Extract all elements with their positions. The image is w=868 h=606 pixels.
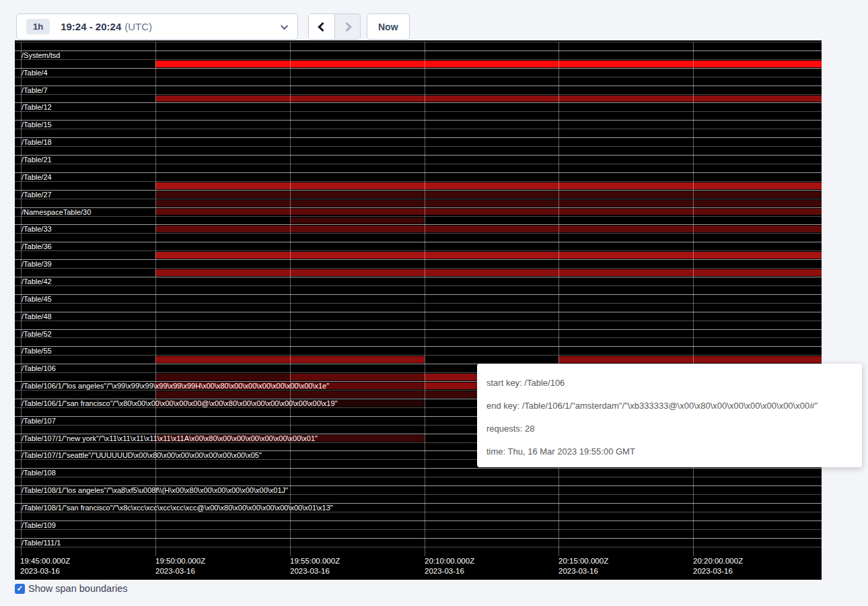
span-key-label: /Table/106/1/"san francisco"/"\x80\x00\x… (22, 399, 338, 407)
heatmap-cell[interactable] (290, 374, 425, 380)
heatmap-band (15, 312, 822, 321)
heatmap-cell[interactable] (693, 226, 822, 232)
heatmap-cell[interactable] (155, 226, 290, 232)
heatmap-cell[interactable] (558, 200, 693, 207)
heatmap-cell[interactable] (425, 182, 558, 189)
heatmap-band (15, 538, 822, 547)
span-key-label: /Table/107/1/"seattle"/"UUUUUUD\x00\x80\… (22, 451, 262, 459)
heatmap-cell[interactable] (425, 191, 558, 198)
heatmap-cell[interactable] (558, 191, 693, 198)
next-range-button[interactable] (334, 14, 360, 39)
heatmap-cell[interactable] (155, 61, 290, 67)
span-key-label: /Table/106/1/"los angeles"/"\x99\x99\x99… (22, 382, 329, 390)
heatmap-cell[interactable] (693, 269, 822, 276)
tooltip-requests: requests: 28 (486, 417, 853, 440)
heatmap-cell[interactable] (425, 61, 558, 67)
heatmap-cell[interactable] (693, 61, 822, 67)
time-range-text: 19:24 - 20:24 (61, 21, 121, 32)
prev-range-button[interactable] (309, 14, 334, 39)
heatmap-cell[interactable] (290, 269, 425, 276)
tooltip-time: time: Thu, 16 Mar 2023 19:55:00 GMT (486, 440, 853, 463)
span-key-label: /Table/48 (22, 312, 52, 321)
heatmap-cell[interactable] (155, 191, 290, 198)
heatmap-cell[interactable] (290, 226, 425, 232)
heatmap-cell[interactable] (290, 209, 425, 215)
heatmap-cell[interactable] (155, 269, 290, 276)
heatmap-cell[interactable] (290, 391, 425, 398)
column-boundary-line (693, 42, 694, 556)
heatmap-band (15, 146, 822, 155)
span-key-label: /Table/52 (22, 330, 52, 338)
axis-tick-label: 19:55:00.000Z2023-03-16 (290, 556, 340, 576)
heatmap-band (15, 59, 822, 68)
tooltip-start-key: start key: /Table/106 (486, 372, 853, 395)
axis-tick-label: 20:20:00.000Z2023-03-16 (693, 556, 743, 576)
heatmap-cell[interactable] (425, 96, 558, 102)
heatmap-cell[interactable] (290, 200, 425, 207)
heatmap-cell[interactable] (558, 61, 693, 67)
heatmap-band (15, 512, 822, 520)
span-key-label: /Table/109 (22, 521, 56, 529)
heatmap-cell[interactable] (290, 252, 425, 259)
toolbar: 1h 19:24 - 20:24 (UTC) Now (0, 0, 868, 40)
heatmap-band (15, 346, 822, 355)
heatmap-cell[interactable] (155, 252, 290, 259)
heatmap-tooltip: start key: /Table/106 end key: /Table/10… (477, 364, 862, 467)
heatmap-cell[interactable] (290, 217, 425, 224)
heatmap-band (15, 355, 822, 364)
heatmap-cell[interactable] (558, 96, 693, 102)
heatmap-cell[interactable] (155, 200, 290, 207)
heatmap-cell[interactable] (155, 182, 290, 189)
heatmap-cell[interactable] (155, 391, 290, 398)
heatmap-band (15, 164, 822, 172)
span-key-label: /Table/4 (22, 69, 48, 77)
span-key-label: /Table/108 (22, 469, 56, 477)
heatmap-band (15, 520, 822, 529)
heatmap-cell[interactable] (155, 374, 290, 380)
heatmap-cell[interactable] (425, 200, 558, 207)
heatmap-cell[interactable] (693, 356, 822, 363)
heatmap-cell[interactable] (425, 252, 558, 259)
axis-tick-label: 19:45:00.000Z2023-03-16 (20, 556, 70, 576)
heatmap-cell[interactable] (290, 96, 425, 102)
heatmap-cell[interactable] (290, 191, 425, 198)
heatmap-band (15, 329, 822, 338)
heatmap-cell[interactable] (425, 209, 558, 215)
heatmap-cell[interactable] (558, 356, 693, 363)
heatmap-cell[interactable] (693, 200, 822, 207)
heatmap-cell[interactable] (693, 209, 822, 215)
show-span-boundaries-checkbox[interactable]: ✓ (15, 584, 25, 594)
heatmap-band (15, 42, 822, 50)
heatmap-cell[interactable] (558, 252, 693, 259)
span-key-label: /Table/12 (22, 103, 52, 111)
footer: ✓ Show span boundaries (15, 583, 128, 594)
heatmap-cell[interactable] (290, 182, 425, 189)
heatmap-cell[interactable] (558, 226, 693, 232)
chevron-right-icon (342, 22, 351, 31)
time-range-selector[interactable]: 1h 19:24 - 20:24 (UTC) (16, 13, 298, 40)
span-key-label: /Table/107 (22, 417, 56, 425)
heatmap-band (15, 102, 822, 111)
heatmap-cell[interactable] (425, 226, 558, 232)
axis-tick-label: 20:10:00.000Z2023-03-16 (425, 556, 474, 576)
heatmap-cell[interactable] (290, 356, 425, 363)
span-key-label: /Table/107/1/"new york"/"\x11\x11\x11\x1… (22, 434, 318, 442)
key-visualizer-heatmap[interactable]: /System/tsd/Table/4/Table/7/Table/12/Tab… (15, 40, 822, 580)
now-button[interactable]: Now (367, 13, 410, 40)
heatmap-cell[interactable] (558, 182, 693, 189)
heatmap-cell[interactable] (290, 61, 425, 67)
heatmap-band (15, 477, 822, 485)
heatmap-band (15, 199, 822, 207)
heatmap-cell[interactable] (425, 269, 558, 276)
heatmap-cell[interactable] (693, 252, 822, 259)
heatmap-band (15, 285, 822, 294)
heatmap-cell[interactable] (155, 356, 290, 363)
heatmap-cell[interactable] (558, 269, 693, 276)
heatmap-cell[interactable] (155, 209, 290, 215)
heatmap-cell[interactable] (693, 191, 822, 198)
heatmap-cell[interactable] (693, 182, 822, 189)
heatmap-cell[interactable] (155, 96, 290, 102)
heatmap-cell[interactable] (693, 96, 822, 102)
span-key-label: /Table/33 (22, 225, 52, 233)
heatmap-cell[interactable] (558, 209, 693, 215)
